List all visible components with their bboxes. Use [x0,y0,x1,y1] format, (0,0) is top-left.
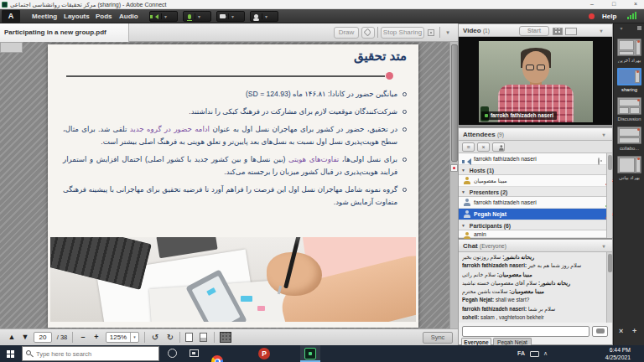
attendees-pod-title: Attendees [463,131,496,138]
webcam-icon [217,12,228,21]
close-button[interactable]: × [629,0,642,9]
menu-layouts[interactable]: Layouts [60,9,93,23]
chat-pod-menu-icon[interactable]: ▾ [598,243,610,251]
search-icon [26,350,31,355]
speaker-dropdown[interactable]: ▾ [161,13,169,19]
maximize-button[interactable]: □ [607,0,621,9]
fit-page-icon[interactable] [185,333,193,342]
layout-label: Discussion [614,116,644,122]
page-up-icon[interactable]: ▲ [7,332,17,343]
stop-sharing-button[interactable]: Stop Sharing [381,27,424,39]
attendees-scrollbar[interactable] [606,153,612,238]
chat-pod: Chat (Everyone) ▾ ریحانه دانشور: سلام رو… [458,239,613,345]
participants-section-header[interactable]: ▼ Participants (6) [459,220,606,230]
attendee-row-participant[interactable]: amin [459,230,606,238]
video-pod-menu-icon[interactable]: ▾ [595,28,607,35]
clock[interactable]: 6:44 PM 4/25/2021 [604,347,631,361]
status-button[interactable]: ▾ [250,11,278,22]
layout-label: collabo... [614,146,644,151]
scroll-marker [450,164,458,172]
scrollbar-thumb[interactable] [608,254,612,272]
zoom-in-icon[interactable]: + [91,332,102,343]
webcam-button[interactable]: ▾ [216,11,245,22]
status-dropdown[interactable]: ▾ [262,13,270,19]
start-webcam-button[interactable]: Start [519,26,549,36]
zoom-out-icon[interactable]: – [77,332,89,343]
layout-label: بهراد بیانی [614,175,644,180]
help-menu[interactable]: Help [602,9,616,23]
layout-item-discussion[interactable] [617,97,641,115]
attendees-pod-menu-icon[interactable]: ▾ [598,132,610,139]
page-down-icon[interactable]: ▼ [20,332,30,343]
rotate-left-icon[interactable]: ↺ [149,332,161,343]
collapse-triangle-icon[interactable]: ▼ [461,220,465,230]
layout-item-sharing-selected[interactable] [617,68,641,85]
status-view-button[interactable] [492,142,505,152]
hosts-section-header[interactable]: ▼ Hosts (1) [459,165,606,175]
thumbnails-icon[interactable] [220,332,231,343]
task-view-icon[interactable] [190,349,199,357]
sync-button[interactable]: Sync [423,332,453,344]
microphone-button[interactable]: ▾ [183,11,211,22]
chat-input[interactable] [462,326,589,337]
fit-width-icon[interactable] [200,333,207,342]
menu-meeting[interactable]: Meeting [29,9,60,23]
scrollbar-thumb[interactable] [608,155,612,170]
p-app-icon[interactable]: P [258,348,270,359]
filmstrip-view-icon[interactable] [565,28,577,35]
webcam-dropdown[interactable]: ▾ [228,13,236,19]
chat-message: مبینا معصومیان: سلامت باشین محترم [462,288,607,295]
zoom-level-select[interactable]: 125% ▾ [106,332,139,343]
slide-vertical-scrollbar[interactable] [449,42,458,328]
delete-layout-icon[interactable]: × [619,327,623,335]
layouts-bar: ▾ بهراد آخرین sharing Discussion collabo… [613,23,644,345]
adobe-connect-taskbar-item[interactable] [300,345,320,362]
layouts-bar-menu-icon[interactable]: ▾ [615,25,627,33]
connection-status-icon[interactable] [627,12,637,19]
taskbar-search-input[interactable] [22,346,159,361]
add-layout-icon[interactable]: + [632,327,636,335]
minimize-button[interactable]: – [585,0,599,9]
cortana-icon[interactable] [168,349,177,358]
presenters-section-header[interactable]: ▼ Presenters (2) [459,187,606,197]
scrollbar-thumb[interactable] [451,44,458,162]
fullscreen-icon[interactable] [428,29,434,36]
list-view-button[interactable]: ≡ [462,142,475,152]
menu-audio[interactable]: Audio [116,9,142,23]
active-speaker-row[interactable]: farrokh fathizadeh naseri [459,153,606,165]
start-button[interactable] [7,350,14,358]
draw-button[interactable]: Draw [334,27,359,39]
chrome-icon[interactable] [211,355,223,362]
settings-gear-icon[interactable] [598,158,600,165]
grid-view-icon[interactable] [553,28,563,35]
attendee-row-host[interactable]: مبینا معصومیان [459,175,606,187]
collapse-triangle-icon[interactable]: ▼ [461,187,465,197]
zoom-dropdown-icon[interactable]: ▾ [130,333,138,342]
layout-item-collaboration[interactable] [617,127,641,144]
pen-tool-button[interactable] [361,27,375,39]
collapse-triangle-icon[interactable]: ▼ [461,165,465,175]
attendee-row-presenter-selected[interactable]: Pegah Nejat [459,209,606,220]
share-pod-menu-icon[interactable]: ▾ [442,28,454,37]
attendee-row-presenter[interactable]: farrokh fathizadeh naseri [459,197,606,209]
menu-pods[interactable]: Pods [92,9,116,23]
rotate-right-icon[interactable]: ↻ [164,332,176,343]
adobe-connect-icon [304,348,316,359]
microphone-dropdown[interactable]: ▾ [195,13,203,19]
speaker-button[interactable]: ▾ [149,11,178,22]
touch-keyboard-icon[interactable] [530,351,539,357]
layout-item-1[interactable] [617,39,641,56]
layouts-bar-pin-icon[interactable] [637,26,641,30]
breakout-view-button[interactable]: × [477,142,490,152]
zoom-level-value: 125% [110,334,127,341]
page-number-input[interactable] [34,332,52,343]
host-avatar [463,177,470,184]
chat-scrollbar[interactable] [606,252,612,323]
layout-item-5[interactable] [617,156,641,173]
show-hidden-icons[interactable]: ∧ [543,350,548,357]
chat-send-button[interactable] [592,326,608,337]
slide-title-rule [66,75,385,77]
scroll-corner [0,42,23,53]
shared-document-tab[interactable]: Participating in a new group.pdf [0,23,129,42]
language-indicator[interactable]: FA [517,350,525,356]
